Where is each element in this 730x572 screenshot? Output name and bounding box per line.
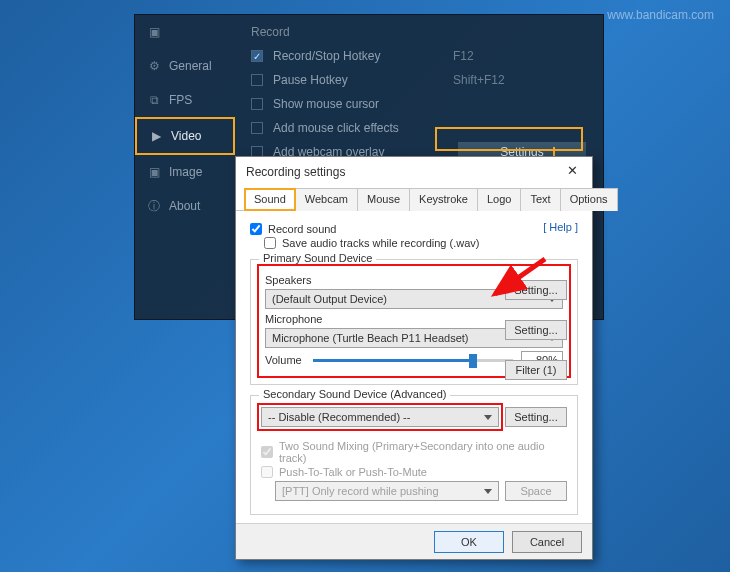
dialog-body: [ Help ] Record sound Save audio tracks …	[236, 211, 592, 523]
sidebar-item-video[interactable]: ▶Video	[135, 117, 235, 155]
video-icon: ▶	[149, 129, 163, 143]
ptt-key-field: Space	[505, 481, 567, 501]
checkbox[interactable]	[251, 98, 263, 110]
checkbox-label: Record sound	[268, 223, 337, 235]
highlight-box	[435, 127, 583, 151]
two-mix-checkbox: Two Sound Mixing (Primary+Secondary into…	[261, 440, 567, 464]
combo-value: -- Disable (Recommended) --	[268, 411, 410, 423]
checkbox[interactable]: ✓	[251, 50, 263, 62]
save-wav-checkbox[interactable]: Save audio tracks while recording (.wav)	[264, 237, 578, 249]
tab-sound[interactable]: Sound	[244, 188, 296, 211]
sidebar-item-about[interactable]: ⓘAbout	[135, 189, 235, 223]
option-row: ✓Record/Stop HotkeyF12	[251, 45, 587, 67]
option-label: Show mouse cursor	[273, 97, 443, 111]
sidebar-item-label: FPS	[169, 93, 192, 107]
dialog-footer: OK Cancel	[236, 523, 592, 559]
option-row: Show mouse cursor	[251, 93, 587, 115]
checkbox-input[interactable]	[250, 223, 262, 235]
combo-value: [PTT] Only record while pushing	[282, 485, 439, 497]
highlight-secondary: -- Disable (Recommended) --	[261, 407, 499, 427]
fps-icon: ⧉	[147, 93, 161, 107]
checkbox-input	[261, 446, 273, 458]
record-section-title: Record	[251, 25, 587, 39]
sidebar-item-label: Image	[169, 165, 202, 179]
mic-setting-button[interactable]: Setting...	[505, 320, 567, 340]
checkbox-label: Push-To-Talk or Push-To-Mute	[279, 466, 427, 478]
image-icon: ▣	[147, 165, 161, 179]
sidebar-item-image[interactable]: ▣Image	[135, 155, 235, 189]
ptt-checkbox: Push-To-Talk or Push-To-Mute	[261, 466, 567, 478]
watermark: www.bandicam.com	[607, 8, 714, 22]
dialog-titlebar: Recording settings ✕	[236, 157, 592, 187]
dialog-title: Recording settings	[246, 165, 345, 179]
fieldset-legend: Primary Sound Device	[259, 252, 376, 264]
tab-options[interactable]: Options	[560, 188, 618, 211]
sidebar-item-label: Video	[171, 129, 201, 143]
secondary-setting-button[interactable]: Setting...	[505, 407, 567, 427]
sidebar-item-label: About	[169, 199, 200, 213]
info-icon: ⓘ	[147, 199, 161, 213]
checkbox-input[interactable]	[264, 237, 276, 249]
option-label: Add mouse click effects	[273, 121, 443, 135]
checkbox-input	[261, 466, 273, 478]
tab-logo[interactable]: Logo	[477, 188, 521, 211]
checkbox-label: Two Sound Mixing (Primary+Secondary into…	[279, 440, 567, 464]
filter-button[interactable]: Filter (1)	[505, 360, 567, 380]
sidebar-item-fps[interactable]: ⧉FPS	[135, 83, 235, 117]
tab-keystroke[interactable]: Keystroke	[409, 188, 478, 211]
sidebar-item-top[interactable]: ▣	[135, 15, 235, 49]
tab-bar: Sound Webcam Mouse Keystroke Logo Text O…	[236, 187, 592, 211]
option-label: Pause Hotkey	[273, 73, 443, 87]
option-row: Pause HotkeyShift+F12	[251, 69, 587, 91]
checkbox-label: Save audio tracks while recording (.wav)	[282, 237, 479, 249]
option-label: Record/Stop Hotkey	[273, 49, 443, 63]
cancel-button[interactable]: Cancel	[512, 531, 582, 553]
record-sound-checkbox[interactable]: Record sound	[250, 223, 543, 235]
help-link[interactable]: [ Help ]	[543, 221, 578, 233]
gear-icon: ⚙	[147, 59, 161, 73]
option-value: Shift+F12	[453, 73, 505, 87]
primary-sound-fieldset: Primary Sound Device Speakers (Default O…	[250, 259, 578, 385]
sidebar-item-general[interactable]: ⚙General	[135, 49, 235, 83]
video-panel: Record ✓Record/Stop HotkeyF12 Pause Hotk…	[235, 15, 603, 175]
secondary-combo[interactable]: -- Disable (Recommended) --	[261, 407, 499, 427]
recording-settings-dialog: Recording settings ✕ Sound Webcam Mouse …	[235, 156, 593, 560]
tab-webcam[interactable]: Webcam	[295, 188, 358, 211]
tab-mouse[interactable]: Mouse	[357, 188, 410, 211]
checkbox[interactable]	[251, 122, 263, 134]
speakers-setting-button[interactable]: Setting...	[505, 280, 567, 300]
tab-text[interactable]: Text	[520, 188, 560, 211]
sidebar-item-label: General	[169, 59, 212, 73]
ok-button[interactable]: OK	[434, 531, 504, 553]
close-button[interactable]: ✕	[560, 163, 584, 181]
option-value: F12	[453, 49, 474, 63]
ptt-mode-combo: [PTT] Only record while pushing	[275, 481, 499, 501]
sidebar: ▣ ⚙General ⧉FPS ▶Video ▣Image ⓘAbout	[135, 15, 235, 319]
checkbox[interactable]	[251, 74, 263, 86]
fieldset-legend: Secondary Sound Device (Advanced)	[259, 388, 450, 400]
secondary-sound-fieldset: Secondary Sound Device (Advanced) -- Dis…	[250, 395, 578, 515]
home-icon: ▣	[147, 25, 161, 39]
